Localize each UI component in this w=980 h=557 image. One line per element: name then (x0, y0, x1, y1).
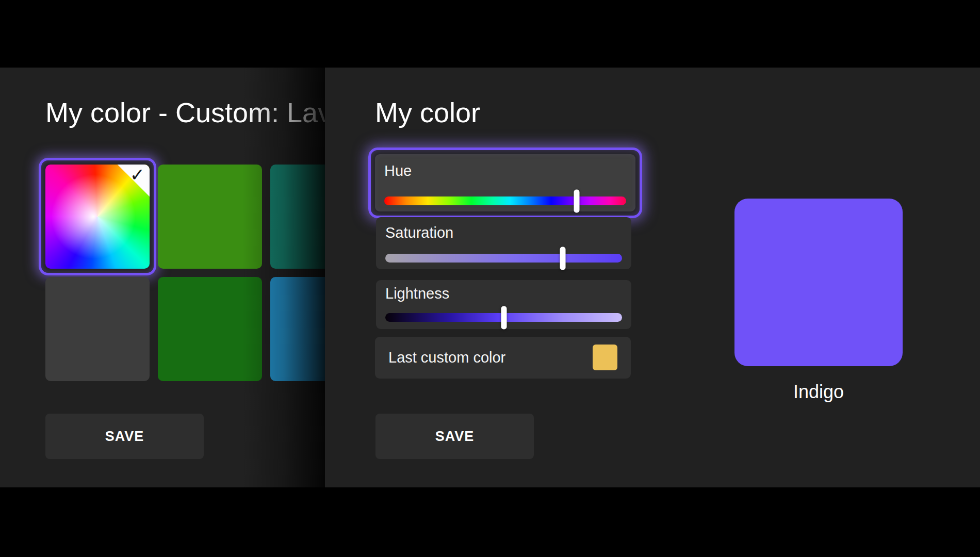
my-color-custom-panel: My color Hue Saturation Lightness Last c… (325, 68, 980, 487)
hue-slider-thumb[interactable] (574, 189, 579, 212)
lightness-slider-thumb[interactable] (501, 306, 507, 329)
save-button-left[interactable]: SAVE (45, 414, 204, 459)
saturation-slider-card[interactable]: Saturation (376, 217, 631, 269)
swatch-dark-gray[interactable] (45, 277, 150, 381)
lightness-slider-track[interactable] (385, 313, 622, 322)
swatch-dark-green[interactable] (158, 277, 262, 381)
saturation-slider-thumb[interactable] (560, 247, 566, 270)
saturation-slider-track[interactable] (385, 254, 622, 263)
swatch-green[interactable] (158, 165, 262, 269)
hue-slider-track[interactable] (384, 196, 626, 205)
left-panel-title: My color - Custom: Lavender (45, 96, 325, 128)
last-custom-color-swatch[interactable] (593, 345, 617, 370)
bottom-letterbox-bar (0, 487, 980, 557)
my-color-swatch-panel: My color - Custom: Lavender ✓ SAVE (0, 68, 325, 487)
right-panel-title: My color (375, 96, 480, 128)
saturation-slider-label: Saturation (385, 224, 453, 241)
swatch-blue[interactable] (270, 277, 325, 381)
save-button[interactable]: SAVE (375, 414, 534, 459)
top-letterbox-bar (0, 0, 980, 68)
hue-slider-label: Hue (384, 162, 412, 179)
last-custom-color-label: Last custom color (388, 337, 505, 379)
settings-screen: My color - Custom: Lavender ✓ SAVE My co… (0, 0, 980, 557)
check-icon: ✓ (130, 165, 145, 185)
swatch-custom-color-wheel[interactable]: ✓ (45, 165, 150, 269)
color-swatch-grid: ✓ (45, 165, 325, 391)
color-preview-name: Indigo (734, 381, 903, 403)
last-custom-color-card[interactable]: Last custom color (375, 337, 631, 379)
lightness-slider-card[interactable]: Lightness (376, 280, 631, 329)
color-preview-tile (734, 199, 903, 366)
hue-slider-card[interactable]: Hue (375, 154, 635, 211)
lightness-slider-label: Lightness (385, 285, 449, 302)
swatch-teal[interactable] (270, 165, 325, 269)
